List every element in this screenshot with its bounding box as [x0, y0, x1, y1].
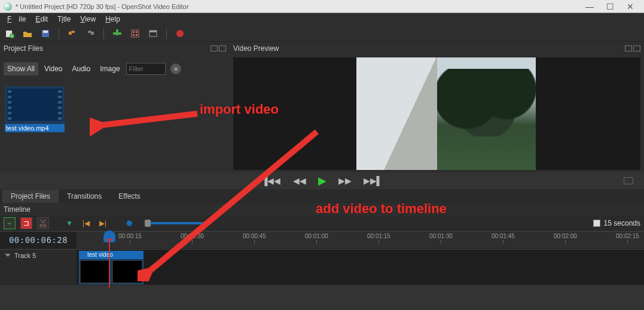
ruler-tick: 00:01:45 [492, 233, 515, 239]
timeline-ruler[interactable]: 00:00:06:28 00:00:1500:00:3000:00:4500:0… [0, 231, 644, 249]
filter-image[interactable]: Image [96, 62, 123, 75]
ruler-tick: 00:02:00 [554, 233, 577, 239]
svg-rect-10 [133, 34, 135, 36]
window-title: * Untitled Project [HD 720p 30 fps] - Op… [16, 3, 579, 10]
ruler-tick: 00:01:00 [305, 233, 328, 239]
svg-rect-9 [136, 31, 138, 33]
svg-rect-11 [136, 34, 138, 36]
profile-icon[interactable] [130, 29, 140, 38]
tab-project-files[interactable]: Project Files [2, 190, 59, 203]
next-marker-icon[interactable]: ▶| [97, 217, 109, 229]
prev-marker-icon[interactable]: |◀ [80, 217, 92, 229]
ruler-tick: 00:00:15 [118, 233, 142, 239]
timeline-clip[interactable]: test video [79, 251, 144, 284]
preview-float-icon[interactable] [625, 45, 632, 51]
tab-transitions[interactable]: Transitions [59, 190, 110, 203]
toolbar: + [0, 25, 644, 42]
filter-show-all[interactable]: Show All [4, 62, 38, 75]
ruler-tick: 00:01:30 [429, 233, 453, 239]
preview-close-icon[interactable] [633, 45, 640, 51]
video-preview-title: Video Preview [233, 44, 279, 53]
minimize-button[interactable]: — [579, 2, 600, 11]
zoom-slider[interactable] [145, 222, 210, 224]
panel-close-icon[interactable] [219, 45, 226, 51]
save-project-icon[interactable] [41, 29, 50, 38]
forward-icon[interactable]: ▶▶ [338, 176, 352, 186]
add-marker-icon[interactable]: ▼ [63, 217, 75, 229]
ruler-tick: 00:00:30 [181, 233, 204, 239]
menubar: File Edit Title View Help [0, 13, 644, 25]
redo-icon[interactable] [86, 29, 95, 38]
add-track-icon[interactable]: ＋ [4, 217, 16, 229]
project-files-panel: Project Files Show All Video Audio Image… [0, 42, 230, 172]
play-icon[interactable]: ▶ [318, 174, 326, 187]
center-playhead-icon[interactable]: ⬣ [123, 217, 135, 229]
export-icon[interactable] [175, 29, 185, 38]
clip-label: test video [79, 251, 144, 259]
menu-view[interactable]: View [77, 14, 99, 25]
track-header[interactable]: Track 5 [0, 250, 77, 285]
svg-point-16 [44, 224, 46, 227]
rewind-icon[interactable]: ◀◀ [293, 176, 306, 186]
svg-point-14 [176, 30, 184, 37]
svg-point-15 [40, 224, 42, 227]
timeline-toolbar: ＋ ⊐ ▼ |◀ ▶| ⬣ 15 seconds [0, 215, 644, 231]
filter-audio[interactable]: Audio [69, 62, 94, 75]
timeline-panel: Timeline ＋ ⊐ ▼ |◀ ▶| ⬣ 15 seconds 00:00:… [0, 203, 644, 285]
new-project-icon[interactable]: + [5, 29, 14, 38]
snap-icon[interactable]: ⊐ [20, 217, 32, 229]
filter-clear-icon[interactable]: ✕ [170, 63, 181, 74]
menu-edit[interactable]: Edit [32, 14, 51, 25]
project-file-label: test video.mp4 [5, 124, 65, 132]
ruler-tick: 00:02:15 [616, 233, 639, 239]
app-logo-icon [4, 2, 12, 11]
jump-start-icon[interactable]: ▐◀◀ [262, 176, 281, 186]
project-tabs: Project Files Transitions Effects [0, 189, 644, 203]
svg-text:+: + [11, 34, 14, 38]
track-name: Track 5 [14, 252, 36, 259]
track-body[interactable]: test video [77, 250, 644, 285]
ruler-tick: 00:00:45 [243, 233, 266, 239]
filter-video[interactable]: Video [41, 62, 66, 75]
menu-title[interactable]: Title [54, 14, 74, 25]
import-files-icon[interactable] [112, 29, 122, 38]
preview-area[interactable] [233, 57, 640, 170]
svg-rect-8 [133, 31, 135, 33]
svg-rect-4 [43, 31, 48, 33]
playhead[interactable] [109, 232, 110, 288]
timeline-title: Timeline [4, 205, 30, 214]
track-row: Track 5 test video [0, 249, 644, 285]
video-preview-panel: Video Preview [230, 42, 644, 172]
snapshot-icon[interactable] [624, 177, 633, 184]
open-project-icon[interactable] [23, 29, 32, 38]
menu-help[interactable]: Help [102, 14, 124, 25]
filter-input[interactable] [126, 63, 166, 75]
ruler-tick: 00:01:15 [367, 233, 390, 239]
jump-end-icon[interactable]: ▶▶▌ [364, 176, 383, 186]
tab-effects[interactable]: Effects [110, 190, 148, 203]
maximize-button[interactable]: ☐ [600, 2, 620, 11]
zoom-checkbox[interactable] [593, 220, 600, 227]
razor-icon[interactable] [37, 217, 49, 229]
zoom-label: 15 seconds [604, 219, 640, 227]
panels: Project Files Show All Video Audio Image… [0, 42, 644, 172]
menu-file[interactable]: File [4, 14, 29, 25]
preview-frame [356, 57, 536, 170]
project-file-item[interactable]: test video.mp4 [5, 86, 65, 132]
svg-rect-7 [132, 30, 139, 37]
fullscreen-icon[interactable] [148, 29, 158, 38]
transport-controls: ▐◀◀ ◀◀ ▶ ▶▶ ▶▶▌ [0, 172, 644, 189]
timecode-display[interactable]: 00:00:06:28 [0, 232, 77, 248]
panel-float-icon[interactable] [210, 45, 218, 51]
svg-rect-13 [149, 31, 157, 32]
project-files-title: Project Files [4, 44, 43, 53]
svg-rect-6 [113, 32, 121, 35]
filter-row: Show All Video Audio Image ✕ [0, 61, 230, 77]
titlebar: * Untitled Project [HD 720p 30 fps] - Op… [0, 0, 644, 13]
close-button[interactable]: ✕ [620, 2, 640, 11]
undo-icon[interactable] [68, 29, 77, 38]
